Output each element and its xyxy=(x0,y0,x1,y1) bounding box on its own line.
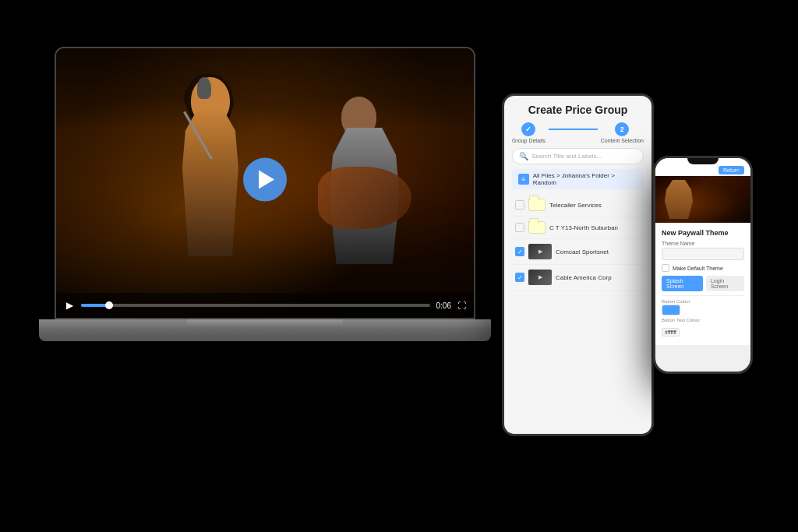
play-pause-button[interactable]: ▶ xyxy=(64,300,75,311)
search-bar[interactable]: 🔍 Search Title and Labels... xyxy=(512,148,644,164)
search-placeholder: Search Title and Labels... xyxy=(531,153,602,160)
theme-name-label: Theme Name xyxy=(662,241,744,246)
file-row-2[interactable]: C T Y13-North Suburban xyxy=(512,217,644,239)
file-name-4: Cable America Corp xyxy=(556,274,641,281)
step-2: 2 Content Selection xyxy=(601,122,644,143)
step-2-circle: 2 xyxy=(615,122,629,136)
step-2-label: Content Selection xyxy=(601,138,644,143)
breadcrumb-text: All Files > Johanna's Folder > Random xyxy=(533,172,637,186)
phone-section-title: New Paywall Theme xyxy=(662,229,744,237)
scene: ▶ 0:06 ⛶ Create Price Group xyxy=(0,0,798,532)
default-theme-label: Make Default Theme xyxy=(673,266,723,271)
return-button[interactable]: Return xyxy=(719,166,744,174)
splash-screen-tab[interactable]: Splash Screen xyxy=(662,276,703,291)
theme-name-input[interactable] xyxy=(662,248,744,260)
create-price-group-title: Create Price Group xyxy=(512,104,644,116)
video-controls: ▶ 0:06 ⛶ xyxy=(56,293,474,318)
default-theme-checkbox[interactable] xyxy=(662,264,669,272)
login-screen-tab[interactable]: Login Screen xyxy=(706,276,744,291)
tablet-screen: Create Price Group ✓ Group Details 2 Con… xyxy=(504,96,651,434)
video-thumb-1 xyxy=(528,244,552,259)
laptop-base xyxy=(39,319,491,341)
file-name-1: Telecaller Services xyxy=(549,202,641,209)
singer-body xyxy=(179,108,242,256)
tablet-content: Create Price Group ✓ Group Details 2 Con… xyxy=(504,96,651,298)
checkbox-2[interactable] xyxy=(515,223,524,232)
tablet: Create Price Group ✓ Group Details 2 Con… xyxy=(502,93,654,436)
step-1: ✓ Group Details xyxy=(512,122,546,143)
breadcrumb: ≡ All Files > Johanna's Folder > Random xyxy=(512,169,644,189)
stepper: ✓ Group Details 2 Content Selection xyxy=(512,122,644,143)
screen-tab-row: Splash Screen Login Screen xyxy=(662,276,744,291)
phone-divider-1 xyxy=(662,295,744,296)
video-player: ▶ 0:06 ⛶ xyxy=(56,48,474,318)
time-display: 0:06 xyxy=(436,301,451,310)
button-text-color-label: Button Text Colour xyxy=(662,318,744,322)
file-name-2: C T Y13-North Suburban xyxy=(549,224,641,231)
button-text-color-value: #ffffff xyxy=(662,328,680,336)
fullscreen-button[interactable]: ⛶ xyxy=(457,301,466,310)
file-name-3: Comcast Sportsnet xyxy=(556,248,641,255)
laptop-hinge xyxy=(187,319,343,326)
play-button[interactable] xyxy=(243,158,287,202)
checkbox-1[interactable] xyxy=(515,200,524,210)
progress-bar[interactable] xyxy=(81,304,430,307)
file-row-3[interactable]: ✓ Comcast Sportsnet xyxy=(512,239,644,265)
default-theme-row: Make Default Theme xyxy=(662,264,744,272)
progress-handle[interactable] xyxy=(105,301,113,309)
file-row-1[interactable]: Telecaller Services xyxy=(512,194,644,217)
search-icon: 🔍 xyxy=(519,152,528,160)
laptop: ▶ 0:06 ⛶ xyxy=(39,47,491,374)
guitarist-figure xyxy=(318,89,411,268)
folder-icon-1 xyxy=(528,199,546,211)
checkbox-3[interactable]: ✓ xyxy=(515,247,524,256)
video-thumb-2 xyxy=(528,270,552,285)
button-color-swatch[interactable] xyxy=(662,305,680,315)
phone-screen: Return New Paywall Theme Theme Name Make… xyxy=(655,158,750,372)
microphone xyxy=(197,77,211,99)
guitar xyxy=(318,167,411,229)
folder-icon-2 xyxy=(528,221,546,234)
checkbox-4[interactable]: ✓ xyxy=(515,273,524,282)
phone: Return New Paywall Theme Theme Name Make… xyxy=(653,156,753,374)
step-1-circle: ✓ xyxy=(521,122,535,136)
step-1-label: Group Details xyxy=(512,138,546,143)
step-line xyxy=(549,129,598,130)
phone-notch xyxy=(687,158,719,164)
button-color-label: Button Colour xyxy=(662,299,744,304)
laptop-screen: ▶ 0:06 ⛶ xyxy=(55,47,475,319)
phone-concert-image xyxy=(655,176,750,223)
file-row-4[interactable]: ✓ Cable America Corp xyxy=(512,265,644,291)
phone-content: New Paywall Theme Theme Name Make Defaul… xyxy=(655,223,750,345)
play-triangle-icon xyxy=(259,171,274,189)
breadcrumb-folder-icon: ≡ xyxy=(518,174,529,185)
